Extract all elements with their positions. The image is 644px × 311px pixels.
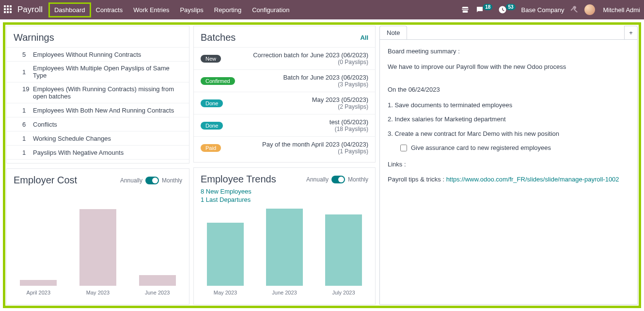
app-brand[interactable]: Payroll <box>17 5 43 15</box>
batch-sub: (0 Payslips) <box>253 59 368 65</box>
assurance-checkbox[interactable] <box>400 145 407 151</box>
discuss-icon[interactable]: 18 <box>475 5 492 14</box>
warning-count: 1 <box>14 107 33 114</box>
chart-bar-label: June 2023 <box>272 290 297 295</box>
batch-row[interactable]: DoneMay 2023 (05/2023)(2 Payslips) <box>194 92 375 114</box>
warning-text: Employees (With Running Contracts) missi… <box>33 85 182 100</box>
monthly-label: Monthly <box>348 176 368 183</box>
nav-work-entries[interactable]: Work Entries <box>128 3 174 16</box>
warning-row[interactable]: 1 Employees With Multiple Open Payslips … <box>7 61 189 82</box>
departures-link[interactable]: 1 Last Departures <box>201 196 368 203</box>
knowledge-icon[interactable] <box>461 5 470 14</box>
chart-bar-col: May 2023 <box>196 223 255 295</box>
chart-bar-label: May 2023 <box>214 290 237 295</box>
chart-bar-label: June 2023 <box>145 290 170 295</box>
warning-count: 5 <box>14 51 33 58</box>
warning-count: 1 <box>14 68 33 76</box>
batch-sub: (18 Payslips) <box>330 126 368 132</box>
employee-trends-title: Employee Trends <box>201 174 276 185</box>
employer-cost-panel: Employer Cost Annually Monthly April 202… <box>6 168 189 305</box>
batches-panel: Batches All NewCorrection batch for June… <box>193 26 376 163</box>
chart-bar <box>207 223 244 286</box>
chart-bar-label: April 2023 <box>27 290 51 295</box>
warning-count: 2 <box>14 163 33 164</box>
warnings-title: Warnings <box>14 32 54 43</box>
chart-bar <box>20 280 57 286</box>
chart-bar <box>266 209 303 286</box>
tips-prefix: Payroll tips & tricks : <box>388 176 446 183</box>
warning-count: 19 <box>14 85 33 93</box>
apps-icon[interactable] <box>4 5 13 14</box>
batch-status-badge: New <box>201 55 221 63</box>
warnings-list: 5 Employees Without Running Contracts 1 … <box>7 47 189 163</box>
period-switch: Annually Monthly <box>306 176 368 183</box>
username[interactable]: Mitchell Admi <box>603 6 640 14</box>
warning-text: Conflicts <box>33 121 182 128</box>
discuss-badge: 18 <box>483 4 492 10</box>
activities-badge: 53 <box>506 4 515 10</box>
warning-row[interactable]: 1 Payslips With Negative Amounts <box>7 145 189 159</box>
debug-icon[interactable] <box>570 5 579 14</box>
chart-bar <box>79 209 116 286</box>
batches-all-link[interactable]: All <box>360 34 368 41</box>
chart-bar <box>139 275 176 286</box>
tips-link[interactable]: https://www.odoo.com/fr_FR/slides/slide/… <box>446 176 619 183</box>
batch-title: Batch for June 2023 (06/2023) <box>283 74 368 81</box>
batch-status-badge: Done <box>201 122 223 130</box>
topbar-right: 18 53 Base Company Mitchell Admi <box>461 4 640 15</box>
avatar[interactable] <box>584 4 595 15</box>
warning-row[interactable]: 1 Working Schedule Changes <box>7 131 189 145</box>
nav-dashboard[interactable]: Dashboard <box>49 3 90 16</box>
activities-icon[interactable]: 53 <box>498 5 515 14</box>
warning-text: Working Schedule Changes <box>33 135 182 142</box>
batch-title: Pay of the month April 2023 (04/2023) <box>262 141 368 148</box>
warnings-panel: Warnings 5 Employees Without Running Con… <box>6 26 189 164</box>
period-toggle[interactable] <box>145 177 159 184</box>
batch-row[interactable]: Donetest (05/2023)(18 Payslips) <box>194 114 375 136</box>
period-switch: Annually Monthly <box>120 177 182 184</box>
period-toggle[interactable] <box>331 176 345 183</box>
warning-text: Employees With Both New And Running Cont… <box>33 107 182 114</box>
nav-contracts[interactable]: Contracts <box>91 3 128 16</box>
chart-bar <box>325 214 362 286</box>
links-label: Links : <box>388 160 629 169</box>
batch-title: May 2023 (05/2023) <box>312 96 368 103</box>
nav-configuration[interactable]: Configuration <box>247 3 294 16</box>
warning-count: 6 <box>14 121 33 128</box>
batch-row[interactable]: ConfirmedBatch for June 2023 (06/2023)(3… <box>194 69 375 92</box>
note-tab[interactable]: Note <box>379 26 407 39</box>
warning-count: 1 <box>14 149 33 156</box>
notes-widget: Note + Board meeting summary : We have t… <box>379 26 638 305</box>
checkbox-label: Give assurance card to new registered em… <box>411 143 551 153</box>
warning-text: Employees Without Running Contracts <box>33 51 182 58</box>
employer-cost-title: Employer Cost <box>14 175 77 186</box>
batches-title: Batches <box>201 32 236 43</box>
note-body[interactable]: Board meeting summary : We have to impro… <box>379 39 638 305</box>
batch-row[interactable]: PaidPay of the month April 2023 (04/2023… <box>194 136 375 159</box>
warning-row[interactable]: 5 Employees Without Running Contracts <box>7 47 189 61</box>
batches-list: NewCorrection batch for June 2023 (06/20… <box>194 47 375 159</box>
warning-row[interactable]: 1 Employees With Both New And Running Co… <box>7 103 189 117</box>
batch-sub: (3 Payslips) <box>283 81 368 88</box>
company-selector[interactable]: Base Company <box>521 6 565 14</box>
batch-sub: (1 Payslips) <box>262 148 368 155</box>
annually-label: Annually <box>120 177 142 184</box>
nav-reporting[interactable]: Reporting <box>209 3 246 16</box>
chart-bar-label: July 2023 <box>332 290 355 295</box>
warning-row[interactable]: 19 Employees (With Running Contracts) mi… <box>7 82 189 103</box>
warning-row[interactable]: 2 New Contracts <box>7 159 189 163</box>
note-line: On the 06/24/2023 <box>388 85 629 95</box>
chart-bar-col: June 2023 <box>255 209 314 295</box>
new-employees-link[interactable]: 8 New Employees <box>201 188 368 195</box>
warning-row[interactable]: 6 Conflicts <box>7 117 189 131</box>
batch-row[interactable]: NewCorrection batch for June 2023 (06/20… <box>194 47 375 69</box>
warning-text: Employees With Multiple Open Payslips of… <box>33 65 182 79</box>
chart-bar-col: April 2023 <box>9 280 68 295</box>
employee-trends-chart: May 2023June 2023July 2023 <box>194 204 375 304</box>
dashboard-frame: Warnings 5 Employees Without Running Con… <box>3 22 641 308</box>
batch-status-badge: Paid <box>201 144 221 152</box>
add-note-button[interactable]: + <box>624 26 638 39</box>
trend-links: 8 New Employees 1 Last Departures <box>194 186 375 204</box>
nav-payslips[interactable]: Payslips <box>175 3 208 16</box>
main-nav: Dashboard Contracts Work Entries Payslip… <box>49 3 295 16</box>
